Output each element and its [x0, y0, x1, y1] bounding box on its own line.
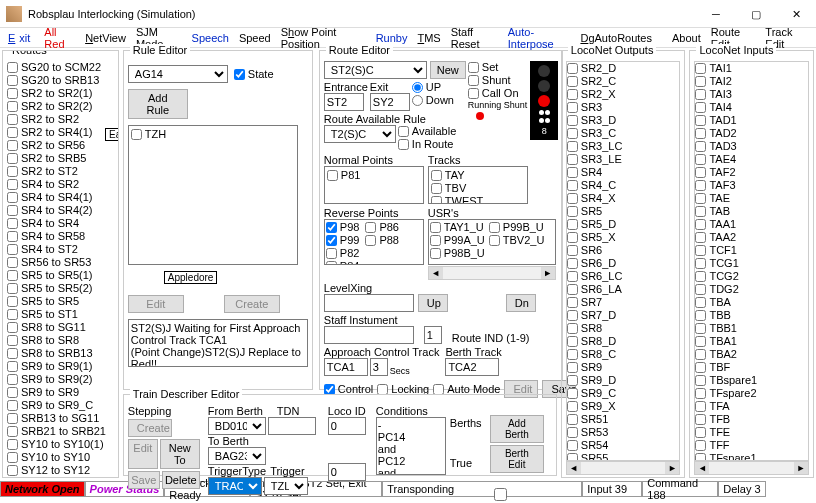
loconet-item[interactable]: SR8 [567, 322, 629, 335]
loconet-item[interactable]: TBA1 [695, 335, 757, 348]
loconet-item[interactable]: TFB [695, 413, 757, 426]
route-item[interactable]: SR4 to SR4(2) [7, 204, 114, 217]
secs-input[interactable] [370, 358, 388, 376]
loconet-item[interactable]: TAD3 [695, 140, 757, 153]
loconet-item[interactable]: SR9_C [567, 387, 629, 400]
tde-delete-button[interactable]: Delete [162, 471, 200, 489]
add-rule-button[interactable]: Add Rule [128, 89, 188, 119]
loconet-item[interactable]: TAF3 [695, 179, 757, 192]
route-item[interactable]: SY10 to SY10(1) [7, 438, 114, 451]
staffinst-input[interactable] [324, 326, 414, 344]
tde-create-button[interactable]: Create [128, 419, 172, 437]
shunt-check[interactable] [468, 75, 479, 86]
loconet-item[interactable]: SR9_X [567, 400, 629, 413]
loconet-item[interactable]: TAI2 [695, 75, 757, 88]
loconet-item[interactable]: SR7 [567, 296, 629, 309]
route-item[interactable]: SR4 to SR4(1) [7, 191, 114, 204]
route-item[interactable]: SR4 to SR58 [7, 230, 114, 243]
loconet-item[interactable]: SR9 [567, 361, 629, 374]
route-item[interactable]: SR9 to SR9 [7, 386, 114, 399]
loconet-item[interactable]: TCG1 [695, 257, 757, 270]
loconet-item[interactable]: SR5_D [567, 218, 629, 231]
state-check[interactable] [234, 69, 245, 80]
routeind-input[interactable] [424, 326, 442, 344]
loconet-item[interactable]: TFspare2 [695, 387, 757, 400]
loconet-item[interactable]: TAD2 [695, 127, 757, 140]
loconet-item[interactable]: TFA [695, 400, 757, 413]
down-radio[interactable] [412, 95, 423, 106]
menu-speech[interactable]: Speech [188, 31, 233, 45]
loconet-item[interactable]: TCG2 [695, 270, 757, 283]
loconet-item[interactable]: SR4 [567, 166, 629, 179]
dn-button[interactable]: Dn [506, 294, 536, 312]
route-item[interactable]: SR2 to SR2 [7, 113, 114, 126]
rule-item-check[interactable] [131, 129, 142, 140]
conditions-list[interactable]: -PC14andPC12and-TZK_U [376, 417, 446, 475]
tde-edit-button[interactable]: Edit [128, 439, 158, 469]
lno-scrollbar[interactable]: ◄► [566, 461, 681, 475]
menu-tms[interactable]: TMS [413, 31, 444, 45]
control-check[interactable] [324, 384, 335, 395]
route-item[interactable]: SR8 to SG11 [7, 321, 114, 334]
route-item[interactable]: SR2 to SR2(1) [7, 87, 114, 100]
loconet-item[interactable]: TAI3 [695, 88, 757, 101]
loconet-item[interactable]: SR2_C [567, 75, 629, 88]
loconet-item[interactable]: SR3 [567, 101, 629, 114]
loconet-item[interactable]: TAD1 [695, 114, 757, 127]
route-item[interactable]: SR5 to SR5(2) [7, 282, 114, 295]
loconet-item[interactable]: SR5_X [567, 231, 629, 244]
lni-scrollbar[interactable]: ◄► [694, 461, 809, 475]
menu-runby[interactable]: Runby [372, 31, 412, 45]
loconet-item[interactable]: SR8_D [567, 335, 629, 348]
loconet-item[interactable]: TFE [695, 426, 757, 439]
menu-speed[interactable]: Speed [235, 31, 275, 45]
rule-combo[interactable]: AG14 [128, 65, 228, 83]
loconet-item[interactable]: SR53 [567, 426, 629, 439]
triggertype-combo[interactable]: TRACK [208, 477, 262, 495]
loconet-item[interactable]: SR3_LC [567, 140, 629, 153]
loconet-item[interactable]: SR6_LA [567, 283, 629, 296]
loconet-item[interactable]: TAI4 [695, 101, 757, 114]
rule-create-button[interactable]: Create [224, 295, 280, 313]
minimize-button[interactable]: ─ [696, 0, 736, 28]
exit-input[interactable] [370, 93, 410, 111]
loconet-item[interactable]: TBA2 [695, 348, 757, 361]
menu-about[interactable]: About [668, 31, 705, 45]
new-route-button[interactable]: New [430, 61, 466, 79]
loconet-item[interactable]: SR6 [567, 244, 629, 257]
menu-staffreset[interactable]: Staff Reset [447, 25, 502, 51]
route-item[interactable]: SR5 to SR5(1) [7, 269, 114, 282]
loconet-item[interactable]: TBspare1 [695, 374, 757, 387]
menu-dgauto[interactable]: DgAutoRoutes [576, 31, 656, 45]
tdn-input[interactable] [268, 417, 316, 435]
route-item[interactable]: SR4 to SR2 [7, 178, 114, 191]
route-item[interactable]: SRB13 to SG11 [7, 412, 114, 425]
tde-save-button[interactable]: Save [128, 471, 160, 489]
route-item[interactable]: SG20 to SRB13 [7, 74, 114, 87]
automode-check[interactable] [433, 384, 444, 395]
menu-autointerpose[interactable]: Auto-Interpose [504, 25, 575, 51]
addberth-button[interactable]: Add Berth [490, 415, 544, 443]
usrs-scrollbar[interactable]: ◄► [428, 266, 556, 280]
berthedit-button[interactable]: Berth Edit [490, 445, 544, 473]
route-item[interactable]: SR9 to SR9_C [7, 399, 114, 412]
route-combo[interactable]: ST2(S)C [324, 61, 427, 79]
loconet-item[interactable]: SR5 [567, 205, 629, 218]
close-button[interactable]: ✕ [776, 0, 816, 28]
levelxing-input[interactable] [324, 294, 414, 312]
locking-check[interactable] [377, 384, 388, 395]
loconet-item[interactable]: TBA [695, 296, 757, 309]
loconet-item[interactable]: TAA1 [695, 218, 757, 231]
loconet-item[interactable]: SR8_C [567, 348, 629, 361]
loconet-item[interactable]: SR54 [567, 439, 629, 452]
loconet-item[interactable]: TAI1 [695, 62, 757, 75]
loconet-item[interactable]: TAE [695, 192, 757, 205]
loconet-item[interactable]: SR9_D [567, 374, 629, 387]
loconet-item[interactable]: TCF1 [695, 244, 757, 257]
route-item[interactable]: SR2 to SR4(1) [7, 126, 114, 139]
route-item[interactable]: SR2 to SR2(2) [7, 100, 114, 113]
maximize-button[interactable]: ▢ [736, 0, 776, 28]
loconet-item[interactable]: SR6_LC [567, 270, 629, 283]
loconet-item[interactable]: SR4_C [567, 179, 629, 192]
loconet-item[interactable]: TDG2 [695, 283, 757, 296]
